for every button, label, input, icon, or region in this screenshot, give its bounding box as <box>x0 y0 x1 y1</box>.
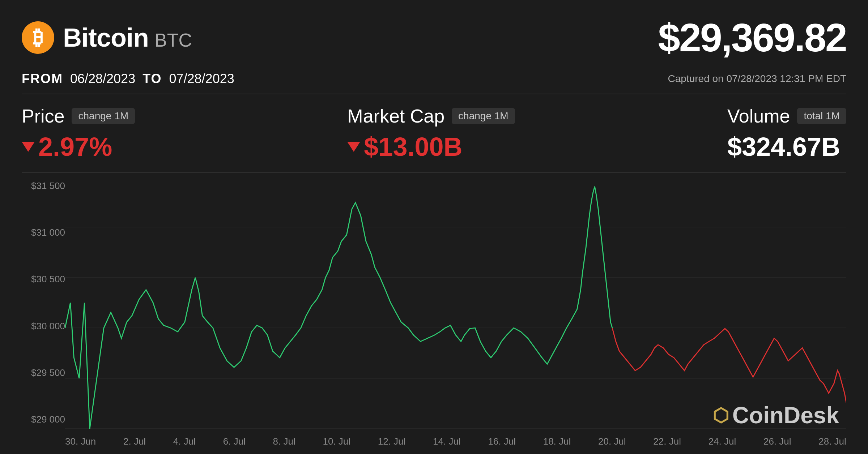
price-value: 2.97% <box>22 132 135 162</box>
chart-line-green <box>65 187 612 429</box>
y-axis: $31 500 $31 000 $30 500 $30 000 $29 500 … <box>22 177 65 429</box>
price-badge: change 1M <box>72 108 135 124</box>
header-divider <box>22 94 846 94</box>
marketcap-badge: change 1M <box>452 108 515 124</box>
x-label-8: 16. Jul <box>488 436 516 447</box>
price-chart <box>65 177 846 429</box>
y-label-0: $31 500 <box>22 180 65 192</box>
y-label-1: $31 000 <box>22 227 65 238</box>
main-container: ₿ BitcoinBTC $29,369.82 FROM 06/28/2023 … <box>0 0 868 454</box>
current-price: $29,369.82 <box>658 14 846 60</box>
volume-header: Volume total 1M <box>727 105 846 127</box>
marketcap-arrow-down <box>347 142 360 152</box>
from-label: FROM <box>22 71 63 86</box>
header-row: ₿ BitcoinBTC $29,369.82 <box>22 14 846 71</box>
volume-badge: total 1M <box>797 108 846 124</box>
x-label-9: 18. Jul <box>543 436 571 447</box>
y-label-4: $29 500 <box>22 367 65 378</box>
y-label-2: $30 500 <box>22 274 65 285</box>
coin-name-group: BitcoinBTC <box>63 23 192 52</box>
x-label-3: 6. Jul <box>223 436 246 447</box>
capture-info: Captured on 07/28/2023 12:31 PM EDT <box>668 73 846 85</box>
chart-line-red <box>612 328 846 403</box>
marketcap-value: $13.00B <box>347 132 515 162</box>
price-label: Price <box>22 105 64 127</box>
x-label-4: 8. Jul <box>273 436 295 447</box>
coindesk-brand: CoinDesk <box>732 402 839 429</box>
metrics-row: Price change 1M 2.97% Market Cap change … <box>22 105 846 173</box>
x-label-0: 30. Jun <box>65 436 96 447</box>
y-label-3: $30 000 <box>22 321 65 332</box>
date-row: FROM 06/28/2023 TO 07/28/2023 Captured o… <box>22 71 846 94</box>
to-date: 07/28/2023 <box>169 71 234 86</box>
x-label-13: 26. Jul <box>763 436 791 447</box>
price-header: Price change 1M <box>22 105 135 127</box>
coin-ticker: BTC <box>154 30 192 51</box>
coin-identity: ₿ BitcoinBTC <box>22 21 192 54</box>
x-label-10: 20. Jul <box>598 436 626 447</box>
x-label-11: 22. Jul <box>653 436 681 447</box>
x-label-1: 2. Jul <box>123 436 146 447</box>
date-range: FROM 06/28/2023 TO 07/28/2023 <box>22 71 234 86</box>
volume-metric: Volume total 1M $324.67B <box>727 105 846 162</box>
from-date: 06/28/2023 <box>70 71 135 86</box>
chart-area: $31 500 $31 000 $30 500 $30 000 $29 500 … <box>22 177 846 454</box>
marketcap-header: Market Cap change 1M <box>347 105 515 127</box>
x-label-2: 4. Jul <box>173 436 196 447</box>
coindesk-watermark: ⬡ CoinDesk <box>712 402 839 429</box>
price-change: 2.97% <box>38 132 112 161</box>
coin-name: Bitcoin <box>63 23 149 52</box>
marketcap-label: Market Cap <box>347 105 444 127</box>
price-metric: Price change 1M 2.97% <box>22 105 135 162</box>
bitcoin-logo: ₿ <box>22 21 54 54</box>
marketcap-change: $13.00B <box>364 132 462 161</box>
x-axis: 30. Jun 2. Jul 4. Jul 6. Jul 8. Jul 10. … <box>65 429 846 454</box>
coindesk-icon: ⬡ <box>712 404 729 426</box>
volume-label: Volume <box>727 105 790 127</box>
x-label-12: 24. Jul <box>709 436 736 447</box>
volume-value: $324.67B <box>727 132 846 162</box>
x-label-6: 12. Jul <box>378 436 406 447</box>
price-arrow-down <box>22 142 35 152</box>
x-label-14: 28. Jul <box>818 436 846 447</box>
x-label-5: 10. Jul <box>323 436 350 447</box>
bitcoin-symbol: ₿ <box>33 26 43 49</box>
to-label: TO <box>142 71 162 86</box>
x-label-7: 14. Jul <box>433 436 461 447</box>
y-label-5: $29 000 <box>22 414 65 425</box>
marketcap-metric: Market Cap change 1M $13.00B <box>347 105 515 162</box>
